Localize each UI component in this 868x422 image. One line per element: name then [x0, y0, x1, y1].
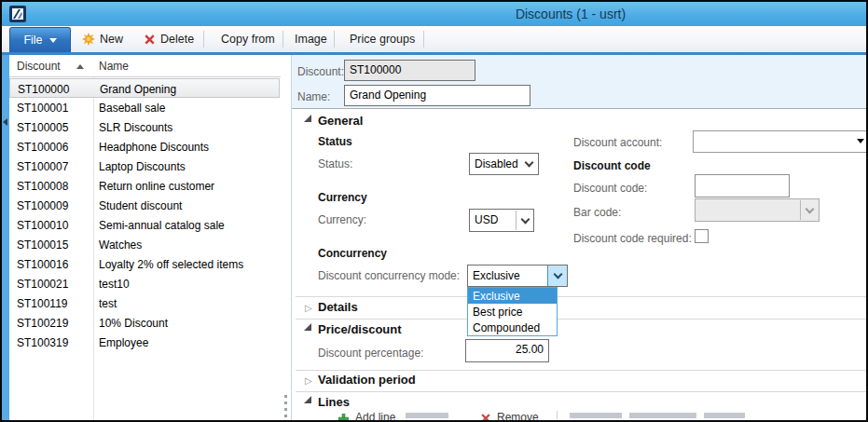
- window-title: Discounts (1 - usrt): [516, 7, 626, 21]
- list-row[interactable]: ST10021910% Discount: [9, 313, 280, 333]
- discount-account-combobox[interactable]: [693, 130, 868, 153]
- discount-code-field[interactable]: [695, 174, 790, 197]
- discount-code-required-label: Discount code required:: [573, 232, 692, 245]
- discount-account-label: Discount account:: [573, 136, 662, 149]
- copy-from-label: Copy from: [221, 33, 275, 46]
- toolbar-separator: [423, 31, 424, 48]
- delete-label: Delete: [160, 33, 194, 46]
- delete-button[interactable]: Delete: [144, 26, 194, 52]
- new-label: New: [100, 33, 123, 46]
- add-line-button[interactable]: Add line: [355, 411, 395, 420]
- toolbar-separator: [557, 411, 558, 419]
- discounts-window: Discounts (1 - usrt) File New Delete Cop…: [0, 0, 868, 422]
- bar-code-combobox: [695, 198, 820, 222]
- bar-code-label: Bar code:: [573, 206, 621, 219]
- splitter-grip[interactable]: [284, 395, 287, 420]
- concurrency-combobox[interactable]: Exclusive: [467, 265, 568, 287]
- group-concurrency: Concurrency: [318, 247, 387, 260]
- frame-collapse-arrow-icon[interactable]: [3, 118, 7, 126]
- status-label: Status:: [318, 157, 352, 170]
- file-menu-label: File: [23, 34, 42, 47]
- column-header-discount[interactable]: Discount: [17, 60, 61, 73]
- clipped-text: [629, 413, 696, 418]
- list-row[interactable]: ST100016Loyalty 2% off selected items: [9, 254, 280, 274]
- toolbar-separator: [203, 31, 204, 48]
- price-groups-label: Price groups: [350, 33, 415, 46]
- dropdown-option-selected[interactable]: Exclusive: [468, 288, 557, 304]
- detail-panel: Discount: ST100000 Name: Grand Opening G…: [291, 55, 866, 420]
- filled-triangle-down-icon: [857, 139, 864, 143]
- list-row[interactable]: ST100008Return online customer: [9, 176, 280, 196]
- section-general[interactable]: General: [318, 114, 363, 128]
- section-price-discount[interactable]: Price/discount: [318, 322, 402, 336]
- red-x-icon: [480, 411, 491, 420]
- list-row[interactable]: ST100319Employee: [9, 333, 280, 352]
- discount-code-label: Discount code:: [573, 182, 647, 195]
- discount-code-required-checkbox[interactable]: [695, 229, 709, 243]
- section-expanded-icon: [304, 396, 311, 403]
- section-validation-period[interactable]: Validation period: [318, 373, 416, 387]
- concurrency-label: Discount concurrency mode:: [318, 269, 460, 282]
- chevron-down-icon: [49, 38, 57, 43]
- group-status: Status: [318, 135, 352, 148]
- currency-combobox[interactable]: USD: [469, 209, 534, 232]
- section-collapsed-icon: ▷: [305, 376, 312, 386]
- list-row[interactable]: ST100006Headphone Discounts: [9, 137, 280, 157]
- green-plus-icon: [338, 411, 349, 420]
- section-separator: [296, 319, 866, 320]
- section-collapsed-icon: ▷: [305, 304, 312, 313]
- title-bar: Discounts (1 - usrt): [2, 2, 866, 26]
- price-groups-button[interactable]: Price groups: [350, 26, 415, 52]
- group-discount-code: Discount code: [573, 159, 651, 172]
- clipped-text: [704, 413, 745, 418]
- app-icon: [9, 6, 26, 22]
- toolbar-separator: [282, 31, 283, 48]
- concurrency-dropdown-list: Exclusive Best price Compounded: [467, 287, 558, 336]
- file-menu-button[interactable]: File: [9, 27, 71, 52]
- name-field[interactable]: Grand Opening: [344, 85, 530, 106]
- section-details[interactable]: Details: [318, 300, 358, 314]
- list-row[interactable]: ST100021test10: [9, 274, 280, 293]
- section-separator: [296, 391, 866, 392]
- section-separator: [296, 370, 866, 371]
- dropdown-option[interactable]: Compounded: [468, 320, 557, 335]
- list-row-selected[interactable]: ST100000Grand Opening: [9, 78, 280, 98]
- sort-ascending-icon: [76, 64, 84, 69]
- discount-list: Discount Name ST100000Grand Opening ST10…: [9, 55, 281, 420]
- copy-from-button[interactable]: Copy from: [221, 26, 275, 52]
- toolbar-separator: [334, 31, 335, 48]
- image-label: Image: [295, 33, 327, 46]
- toolbar: File New Delete Copy from Image Price gr…: [2, 26, 866, 52]
- list-row[interactable]: ST100007Laptop Discounts: [9, 157, 280, 176]
- discount-field-label: Discount:: [297, 65, 344, 78]
- remove-button[interactable]: Remove: [497, 411, 539, 420]
- section-separator: [296, 296, 866, 297]
- status-combobox[interactable]: Disabled: [469, 153, 539, 175]
- lines-grid-toolbar: Add line Remove: [325, 410, 866, 420]
- chevron-down-icon: [554, 270, 563, 279]
- list-row[interactable]: ST100015Watches: [9, 235, 280, 254]
- list-row[interactable]: ST100119test: [9, 293, 280, 313]
- discount-percentage-label: Discount percentage:: [318, 347, 423, 360]
- starburst-icon: [82, 33, 95, 46]
- name-field-label: Name:: [297, 90, 330, 103]
- dropdown-option[interactable]: Best price: [468, 304, 557, 320]
- image-button[interactable]: Image: [295, 26, 327, 52]
- list-header: Discount Name: [9, 55, 281, 77]
- list-row[interactable]: ST100010Semi-annual catalog sale: [9, 215, 280, 235]
- list-row[interactable]: ST100009Student discount: [9, 196, 280, 215]
- section-expanded-icon: [304, 115, 311, 122]
- list-row[interactable]: ST100005SLR Discounts: [9, 117, 280, 137]
- discount-field[interactable]: ST100000: [344, 60, 475, 81]
- combo-open-button[interactable]: [547, 265, 567, 286]
- chevron-down-icon: [521, 215, 530, 225]
- section-expanded-icon: [304, 323, 311, 331]
- group-currency: Currency: [318, 191, 367, 204]
- new-button[interactable]: New: [82, 26, 123, 52]
- clipped-text: [406, 413, 448, 418]
- section-lines[interactable]: Lines: [318, 395, 350, 409]
- discount-percentage-field[interactable]: 25.00: [465, 339, 549, 362]
- list-row[interactable]: ST100001Baseball sale: [9, 98, 280, 117]
- column-header-name[interactable]: Name: [99, 60, 129, 73]
- chevron-down-icon: [806, 205, 815, 214]
